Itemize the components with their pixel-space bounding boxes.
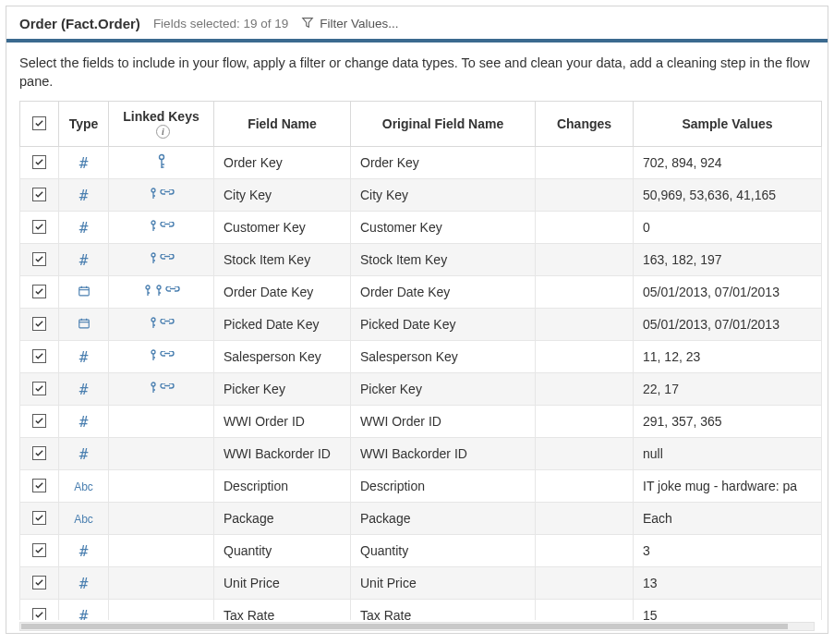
filter-values-button[interactable]: Filter Values...: [301, 16, 398, 31]
select-all-checkbox[interactable]: [32, 116, 46, 130]
cell-checkbox: [20, 212, 59, 244]
table-row[interactable]: #QuantityQuantity3: [20, 535, 822, 567]
table-row[interactable]: #City KeyCity Key50,969, 53,636, 41,165: [20, 179, 822, 212]
cell-sample: 05/01/2013, 07/01/2013: [634, 276, 822, 309]
cell-type[interactable]: [59, 309, 109, 341]
cell-field-name[interactable]: Quantity: [214, 535, 351, 567]
header-linked-keys[interactable]: Linked Keys i: [109, 101, 214, 147]
cell-changes: [536, 567, 634, 600]
cell-checkbox: [20, 600, 59, 620]
table-row[interactable]: Order Date KeyOrder Date Key05/01/2013, …: [20, 276, 822, 309]
row-checkbox[interactable]: [32, 349, 46, 363]
cell-type[interactable]: #: [59, 373, 109, 406]
svg-point-39: [151, 383, 155, 386]
row-checkbox[interactable]: [32, 576, 46, 589]
cell-checkbox: [20, 309, 59, 341]
table-row[interactable]: #WWI Backorder IDWWI Backorder IDnull: [20, 438, 822, 470]
row-checkbox[interactable]: [32, 414, 46, 428]
svg-point-31: [151, 318, 155, 322]
info-icon[interactable]: i: [156, 125, 170, 139]
table-row[interactable]: AbcDescriptionDescriptionIT joke mug - h…: [20, 470, 822, 503]
table-row[interactable]: #Stock Item KeyStock Item Key163, 182, 1…: [20, 244, 822, 276]
key-link-icon: [149, 220, 175, 233]
cell-changes: [536, 341, 634, 373]
row-checkbox[interactable]: [32, 285, 46, 298]
cell-type[interactable]: [59, 276, 109, 309]
table-row[interactable]: #WWI Order IDWWI Order ID291, 357, 365: [20, 406, 822, 438]
row-checkbox[interactable]: [32, 155, 46, 169]
fields-table: Type Linked Keys i Field Name Original F…: [19, 101, 822, 620]
row-checkbox[interactable]: [32, 543, 46, 557]
table-row[interactable]: Picked Date KeyPicked Date Key05/01/2013…: [20, 309, 822, 341]
cell-sample: 50,969, 53,636, 41,165: [634, 179, 822, 212]
cell-field-name[interactable]: Order Date Key: [214, 276, 351, 309]
cell-sample: 163, 182, 197: [634, 244, 822, 276]
table-row[interactable]: #Picker KeyPicker Key22, 17: [20, 373, 822, 406]
horizontal-scrollbar[interactable]: [19, 622, 815, 631]
cell-type[interactable]: #: [59, 600, 109, 620]
number-type-icon: #: [79, 219, 89, 237]
cell-type[interactable]: #: [59, 179, 109, 212]
cell-type[interactable]: Abc: [59, 503, 109, 535]
cell-type[interactable]: Abc: [59, 470, 109, 503]
number-type-icon: #: [79, 542, 89, 560]
row-checkbox[interactable]: [32, 511, 46, 525]
cell-sample: 22, 17: [634, 373, 822, 406]
cell-field-name[interactable]: WWI Order ID: [214, 406, 351, 438]
cell-field-name[interactable]: Customer Key: [214, 212, 351, 244]
row-checkbox[interactable]: [32, 479, 46, 492]
cell-type[interactable]: #: [59, 244, 109, 276]
row-checkbox[interactable]: [32, 317, 46, 331]
row-checkbox[interactable]: [32, 220, 46, 234]
cell-original-name: WWI Order ID: [351, 406, 536, 438]
key-both-icon: [143, 285, 180, 298]
row-checkbox[interactable]: [32, 382, 46, 395]
cell-original-name: Order Key: [351, 147, 536, 179]
date-type-icon: [78, 318, 91, 333]
cell-type[interactable]: #: [59, 438, 109, 470]
cell-field-name[interactable]: City Key: [214, 179, 351, 212]
fields-table-scroll[interactable]: Type Linked Keys i Field Name Original F…: [19, 101, 822, 620]
header-changes[interactable]: Changes: [536, 101, 634, 147]
table-row[interactable]: #Order KeyOrder Key702, 894, 924: [20, 147, 822, 179]
cell-type[interactable]: #: [59, 535, 109, 567]
header-original-name[interactable]: Original Field Name: [351, 101, 536, 147]
cell-field-name[interactable]: WWI Backorder ID: [214, 438, 351, 470]
cell-field-name[interactable]: Stock Item Key: [214, 244, 351, 276]
row-checkbox[interactable]: [32, 252, 46, 266]
cell-changes: [536, 373, 634, 406]
cell-type[interactable]: #: [59, 406, 109, 438]
cell-type[interactable]: #: [59, 567, 109, 600]
header-type[interactable]: Type: [59, 101, 109, 147]
cell-field-name[interactable]: Picker Key: [214, 373, 351, 406]
table-row[interactable]: #Salesperson KeySalesperson Key11, 12, 2…: [20, 341, 822, 373]
header-field-name[interactable]: Field Name: [214, 101, 351, 147]
filter-values-label: Filter Values...: [320, 17, 398, 30]
cell-field-name[interactable]: Unit Price: [214, 567, 351, 600]
svg-point-20: [146, 286, 150, 289]
header-checkbox-cell: [20, 101, 59, 147]
cell-field-name[interactable]: Tax Rate: [214, 600, 351, 620]
row-checkbox[interactable]: [32, 608, 46, 620]
cell-type[interactable]: #: [59, 212, 109, 244]
cell-type[interactable]: #: [59, 341, 109, 373]
cell-field-name[interactable]: Package: [214, 503, 351, 535]
horizontal-scrollbar-thumb[interactable]: [21, 624, 788, 629]
table-row[interactable]: AbcPackagePackageEach: [20, 503, 822, 535]
cell-field-name[interactable]: Description: [214, 470, 351, 503]
cell-original-name: Picker Key: [351, 373, 536, 406]
cell-changes: [536, 179, 634, 212]
cell-field-name[interactable]: Salesperson Key: [214, 341, 351, 373]
cell-field-name[interactable]: Order Key: [214, 147, 351, 179]
number-type-icon: #: [79, 413, 89, 431]
header-sample[interactable]: Sample Values: [634, 101, 822, 147]
cell-linked: [109, 373, 214, 406]
cell-changes: [536, 406, 634, 438]
table-row[interactable]: #Tax RateTax Rate15: [20, 600, 822, 620]
cell-field-name[interactable]: Picked Date Key: [214, 309, 351, 341]
cell-type[interactable]: #: [59, 147, 109, 179]
row-checkbox[interactable]: [32, 188, 46, 201]
table-row[interactable]: #Unit PriceUnit Price13: [20, 567, 822, 600]
row-checkbox[interactable]: [32, 446, 46, 460]
table-row[interactable]: #Customer KeyCustomer Key0: [20, 212, 822, 244]
